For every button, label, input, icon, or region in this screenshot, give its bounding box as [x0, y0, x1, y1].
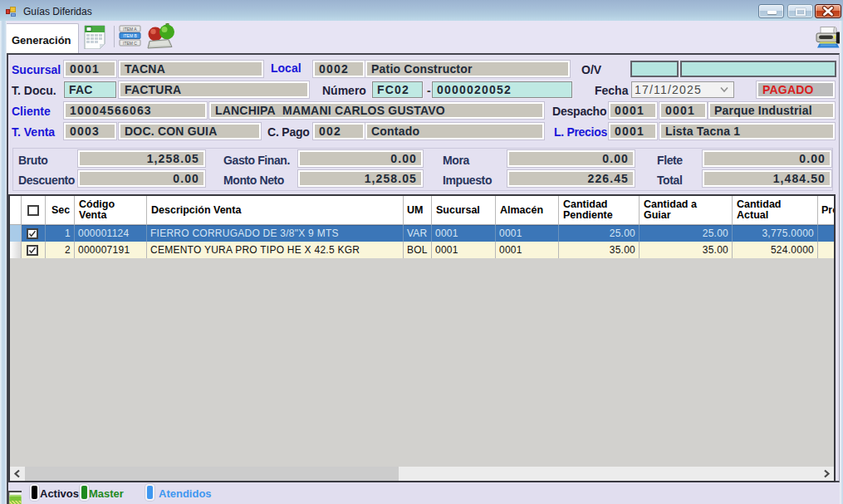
svg-text:ITEM C: ITEM C — [123, 41, 137, 46]
svg-text:ITEM B: ITEM B — [123, 33, 137, 38]
svg-text:ITEM A: ITEM A — [123, 27, 137, 32]
